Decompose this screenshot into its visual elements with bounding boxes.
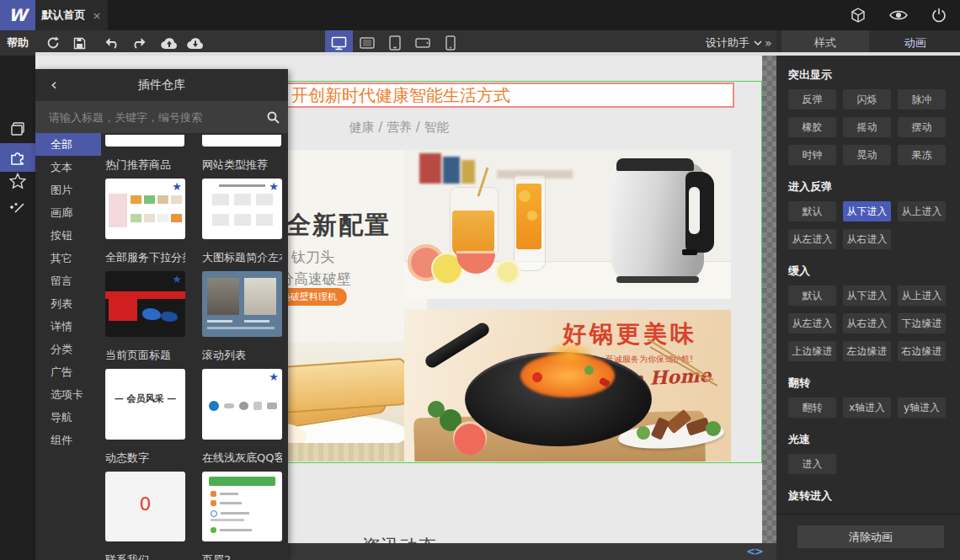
help-button[interactable]: 帮助 — [0, 30, 35, 56]
category-tabs[interactable]: 选项卡 — [35, 383, 101, 406]
kettle-photo[interactable] — [404, 150, 731, 299]
search-input[interactable] — [35, 111, 258, 124]
anim-rubber[interactable]: 橡胶 — [788, 117, 836, 137]
favorite-star-icon[interactable]: ★ — [172, 181, 182, 192]
page-tab[interactable]: 默认首页 × — [35, 0, 108, 30]
anim-flip[interactable]: 翻转 — [788, 397, 836, 418]
plugin-card-big-image-slider[interactable] — [202, 271, 282, 337]
category-image[interactable]: 图片 — [35, 179, 101, 201]
category-ad[interactable]: 广告 — [35, 360, 101, 383]
search-icon[interactable] — [258, 111, 288, 124]
decor-thumb — [144, 214, 155, 222]
anim-bottom-edge[interactable]: 下边缘进 — [898, 313, 946, 333]
anim-swing[interactable]: 摆动 — [898, 117, 946, 137]
chevron-down-icon — [754, 40, 762, 45]
favorite-star-icon[interactable]: ★ — [269, 181, 279, 192]
anim-flip-y[interactable]: y轴进入 — [898, 397, 946, 418]
decor-thumb — [171, 195, 182, 204]
anim-right-edge[interactable]: 右边缘进 — [898, 341, 946, 361]
anim-flip-x[interactable]: x轴进入 — [843, 397, 891, 418]
plugin-card-scroll-list[interactable]: ★ — [202, 369, 282, 440]
category-all[interactable]: 全部 — [35, 133, 101, 156]
category-component[interactable]: 组件 — [35, 429, 101, 451]
anim-tada[interactable]: 时钟 — [788, 145, 836, 165]
decor-block — [234, 214, 251, 226]
anim-enter-from-bottom[interactable]: 从下进入 — [843, 201, 891, 221]
plugin-card-partial[interactable] — [105, 135, 184, 147]
cloud-download-icon[interactable] — [186, 33, 205, 53]
section-title: 光速 — [788, 432, 960, 447]
category-list[interactable]: 列表 — [35, 292, 101, 315]
decor-book — [461, 160, 475, 184]
plugin-card-partial[interactable] — [202, 135, 281, 147]
category-gallery[interactable]: 画廊 — [35, 201, 101, 224]
sidebar-item-pages[interactable] — [0, 115, 35, 143]
logo[interactable]: W — [0, 0, 35, 30]
category-nav[interactable]: 导航 — [35, 406, 101, 429]
plugin-card-page-title[interactable]: — 会员风采 — — [105, 369, 185, 440]
decor-lettuce — [706, 421, 721, 436]
decor-thumb — [131, 214, 141, 222]
wok-photo[interactable]: 好锅更美味 无忧购物，至诚服务为你保驾护航! Warm Home — [404, 310, 731, 461]
decor-block — [234, 194, 251, 205]
anim-left-edge[interactable]: 左边缘进 — [843, 341, 891, 361]
plugin-card-site-types[interactable]: ★ — [202, 179, 282, 239]
anim-enter-from-right[interactable]: 从右进入 — [843, 229, 891, 249]
save-icon[interactable] — [70, 33, 88, 53]
section-title: 突出显示 — [788, 67, 960, 83]
back-chevron-icon[interactable]: ‹ — [51, 74, 57, 94]
refresh-icon[interactable] — [44, 33, 62, 53]
plugin-card-dropdown-nav[interactable]: ★ — [105, 271, 185, 337]
anim-pulse[interactable]: 脉冲 — [898, 89, 946, 109]
favorite-star-icon[interactable]: ★ — [172, 274, 182, 285]
anim-shake[interactable]: 摇动 — [843, 117, 891, 137]
section-title: 旋转进入 — [788, 488, 960, 504]
anim-enter-from-top[interactable]: 从上进入 — [898, 285, 946, 306]
favorite-star-icon[interactable]: ★ — [269, 371, 279, 382]
publish-cube-icon[interactable] — [849, 6, 867, 24]
anim-enter-from-right[interactable]: 从右进入 — [843, 313, 891, 333]
decor-wok-handle — [423, 320, 491, 370]
anim-enter-from-left[interactable]: 从左进入 — [788, 313, 836, 333]
decor-logo — [209, 401, 219, 411]
redo-icon[interactable] — [129, 33, 147, 53]
category-detail[interactable]: 详情 — [35, 315, 101, 338]
anim-wobble[interactable]: 晃动 — [843, 145, 891, 165]
anim-lightspeed-in[interactable]: 进入 — [788, 454, 836, 474]
anim-default[interactable]: 默认 — [788, 201, 836, 221]
anim-bounce[interactable]: 反弹 — [788, 89, 836, 109]
plugin-card-hot-products[interactable]: ★ — [105, 179, 185, 239]
anim-enter-from-bottom[interactable]: 从下进入 — [843, 285, 891, 306]
plugin-card-dynamic-number[interactable]: 0 — [105, 472, 185, 541]
power-exit-icon[interactable] — [930, 6, 948, 24]
clear-animation-button[interactable]: 清除动画 — [797, 525, 944, 548]
anim-jello[interactable]: 果冻 — [898, 145, 946, 165]
code-view-icon[interactable]: <> — [746, 545, 763, 557]
category-text[interactable]: 文本 — [35, 156, 101, 179]
canvas-scrollbar[interactable] — [762, 56, 776, 560]
decor-orange-slice — [527, 211, 537, 221]
decor-phone-icon — [211, 527, 216, 533]
cloud-upload-icon[interactable] — [160, 33, 179, 53]
anim-enter-from-left[interactable]: 从左进入 — [788, 229, 836, 249]
preview-eye-icon[interactable] — [889, 6, 908, 24]
decor-thumb — [157, 195, 168, 204]
category-other[interactable]: 其它 — [35, 247, 101, 269]
decor-thumb — [171, 214, 182, 222]
anim-flash[interactable]: 闪烁 — [843, 89, 891, 109]
sidebar-item-favorites[interactable] — [0, 167, 35, 195]
anim-default[interactable]: 默认 — [788, 285, 836, 306]
decor-sneaker — [161, 312, 178, 322]
decor-pitcher-juice — [452, 211, 494, 257]
decor-lettuce — [637, 426, 650, 440]
category-button[interactable]: 按钮 — [35, 224, 101, 247]
sidebar-item-magic-tools[interactable] — [0, 195, 35, 224]
anim-enter-from-top[interactable]: 从上进入 — [898, 201, 946, 221]
category-classify[interactable]: 分类 — [35, 338, 101, 360]
category-message[interactable]: 留言 — [35, 269, 101, 292]
anim-top-edge[interactable]: 上边缘进 — [788, 341, 836, 361]
topbar: W 默认首页 × — [0, 0, 960, 30]
undo-icon[interactable] — [103, 33, 121, 53]
plugin-card-qq-service[interactable] — [202, 472, 282, 541]
close-tab-icon[interactable]: × — [93, 9, 102, 22]
